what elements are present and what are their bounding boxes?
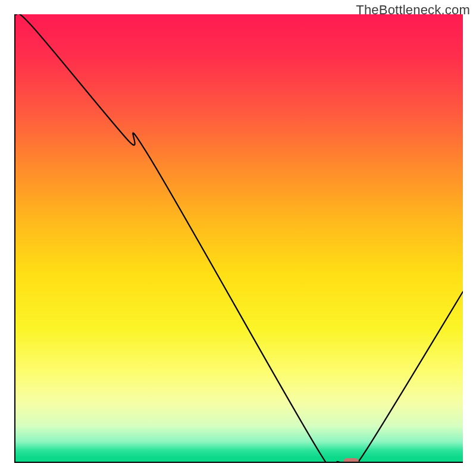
curve-svg: [15, 14, 463, 462]
optimal-point-marker: [343, 458, 359, 463]
watermark-text: TheBottleneck.com: [356, 2, 470, 18]
bottleneck-curve-path: [15, 14, 463, 462]
chart-container: TheBottleneck.com: [0, 0, 476, 476]
plot-area: [14, 14, 463, 463]
